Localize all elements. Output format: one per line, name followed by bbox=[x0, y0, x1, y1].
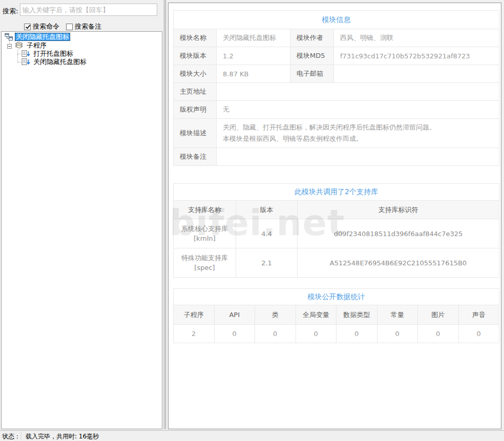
tree-connector bbox=[17, 54, 22, 54]
stats-header-constants: 常量 bbox=[377, 305, 418, 325]
table-row: 子程序 API 类 全局变量 数据类型 常量 图片 声音 bbox=[174, 305, 499, 325]
tree-row: 打开托盘图标 bbox=[22, 50, 74, 58]
collapse-toggle-icon[interactable] bbox=[7, 44, 12, 49]
libraries-table: 此模块共调用了2个支持库 支持库名称 版本 支持库标识符 系统核心支持库 [kr… bbox=[173, 183, 499, 278]
stats-value-subroutines: 2 bbox=[174, 325, 215, 343]
stats-header-globals: 全局变量 bbox=[296, 305, 337, 325]
stats-value-sounds: 0 bbox=[458, 325, 499, 343]
stats-value-globals: 0 bbox=[296, 325, 337, 343]
tree-row: 关闭隐藏托盘图标 bbox=[5, 33, 70, 41]
panel-splitter[interactable] bbox=[163, 0, 166, 429]
checkbox-search-remarks[interactable]: 搜索备注 bbox=[66, 22, 101, 31]
module-copyright-value: 无 bbox=[217, 101, 499, 119]
table-row: 支持库名称 版本 支持库标识符 bbox=[174, 201, 499, 219]
libraries-title: 此模块共调用了2个支持库 bbox=[174, 184, 499, 201]
module-md5-label: 模块MD5 bbox=[290, 47, 334, 65]
table-row: 特殊功能支持库 [spec] 2.1 A512548E76954B6E92C21… bbox=[174, 248, 499, 278]
module-md5-value: f731c93cd17c710b572b532921af8723 bbox=[334, 47, 499, 65]
module-detail-panel: bifei.net 模块信息 模块名称 关闭隐藏托盘图标 模块作者 西风、明镜、… bbox=[168, 3, 501, 429]
stats-value-api: 0 bbox=[214, 325, 255, 343]
library-name-line: 特殊功能支持库 bbox=[174, 253, 235, 263]
tree-item-open-tray-icon[interactable]: 打开托盘图标 bbox=[32, 50, 74, 58]
module-name-value: 关闭隐藏托盘图标 bbox=[217, 29, 290, 47]
stats-value-classes: 0 bbox=[255, 325, 296, 343]
library-id-cell: A512548E76954B6E92C21055517615B0 bbox=[298, 248, 499, 278]
module-icon bbox=[5, 33, 13, 43]
tree-item-close-hide-tray-icon[interactable]: 关闭隐藏托盘图标 bbox=[32, 58, 88, 66]
search-label: 搜索: bbox=[3, 7, 18, 16]
table-row: 模块版本 1.2 模块MD5 f731c93cd17c710b572b53292… bbox=[174, 47, 499, 65]
library-version-header: 版本 bbox=[236, 201, 298, 219]
library-version-cell: 4.4 bbox=[236, 219, 298, 248]
table-row: 模块描述 关闭、隐藏、打开托盘图标，解决因关闭程序后托盘图标仍然滞留问题。 本模… bbox=[174, 119, 499, 148]
module-version-value: 1.2 bbox=[217, 47, 290, 65]
table-row: 模块名称 关闭隐藏托盘图标 模块作者 西风、明镜、润联 bbox=[174, 29, 499, 47]
tree-connector bbox=[17, 62, 22, 62]
library-name-line: 系统核心支持库 bbox=[174, 224, 235, 234]
checkbox-search-remarks-label: 搜索备注 bbox=[75, 22, 101, 31]
module-copyright-label: 版权声明 bbox=[174, 101, 217, 119]
module-tree: 关闭隐藏托盘图标 子程序 bbox=[1, 31, 162, 429]
tree-row: 关闭隐藏托盘图标 bbox=[22, 58, 88, 66]
library-name-cell: 系统核心支持库 [krnln] bbox=[174, 219, 236, 248]
module-author-value: 西风、明镜、润联 bbox=[334, 29, 499, 47]
stats-value-images: 0 bbox=[418, 325, 459, 343]
library-name-cell: 特殊功能支持库 [spec] bbox=[174, 248, 236, 278]
status-divider bbox=[21, 432, 22, 440]
checkbox-search-commands-label: 搜索命令 bbox=[33, 22, 59, 31]
stats-title: 模块公开数据统计 bbox=[174, 289, 499, 305]
table-row: 系统核心支持库 [krnln] 4.4 d09f2340818511d396f6… bbox=[174, 219, 499, 248]
module-size-value: 8.87 KB bbox=[217, 65, 290, 83]
table-row: 2 0 0 0 0 0 0 0 bbox=[174, 325, 499, 343]
table-row: 模块公开数据统计 bbox=[174, 289, 499, 305]
stats-header-datatypes: 数据类型 bbox=[337, 305, 377, 325]
description-line: 本模块是根据西风、明镜等易友例程改作而成。 bbox=[223, 133, 498, 144]
stats-table: 模块公开数据统计 子程序 API 类 全局变量 数据类型 常量 图片 声音 2 … bbox=[173, 288, 499, 343]
table-row: 模块信息 bbox=[174, 11, 499, 29]
stats-header-classes: 类 bbox=[255, 305, 296, 325]
module-author-label: 模块作者 bbox=[290, 29, 334, 47]
module-version-label: 模块版本 bbox=[174, 47, 217, 65]
library-name-line: [spec] bbox=[174, 263, 235, 272]
status-text: 载入完毕，共用时: 16毫秒 bbox=[26, 432, 99, 441]
stats-value-datatypes: 0 bbox=[337, 325, 377, 343]
library-name-header: 支持库名称 bbox=[174, 201, 236, 219]
stats-header-sounds: 声音 bbox=[458, 305, 499, 325]
module-remark-label: 模块备注 bbox=[174, 148, 217, 166]
table-row: 主页地址 bbox=[174, 83, 499, 101]
stats-header-images: 图片 bbox=[418, 305, 459, 325]
library-version-cell: 2.1 bbox=[236, 248, 298, 278]
check-mark-icon bbox=[26, 24, 31, 29]
checkbox-search-commands[interactable]: 搜索命令 bbox=[24, 22, 59, 31]
stats-value-constants: 0 bbox=[377, 325, 418, 343]
module-homepage-label: 主页地址 bbox=[174, 83, 217, 101]
table-row: 此模块共调用了2个支持库 bbox=[174, 184, 499, 201]
library-id-cell: d09f2340818511d396f6aaf844c7e325 bbox=[298, 219, 499, 248]
module-homepage-value bbox=[217, 83, 499, 101]
table-row: 模块大小 8.87 KB 电子邮箱 bbox=[174, 65, 499, 83]
checkbox-unchecked-icon bbox=[66, 24, 73, 30]
status-label: 状态： bbox=[2, 432, 20, 441]
description-line: 关闭、隐藏、打开托盘图标，解决因关闭程序后托盘图标仍然滞留问题。 bbox=[223, 122, 498, 133]
module-email-label: 电子邮箱 bbox=[290, 65, 334, 83]
module-info-table: 模块信息 模块名称 关闭隐藏托盘图标 模块作者 西风、明镜、润联 模块版本 1.… bbox=[173, 10, 499, 166]
module-info-title: 模块信息 bbox=[174, 11, 499, 29]
status-bar: 状态： 载入完毕，共用时: 16毫秒 bbox=[0, 430, 504, 441]
module-size-label: 模块大小 bbox=[174, 65, 217, 83]
module-description-label: 模块描述 bbox=[174, 119, 217, 148]
subroutine-icon bbox=[22, 58, 31, 68]
tree-item-module-root[interactable]: 关闭隐藏托盘图标 bbox=[15, 33, 70, 41]
stats-header-api: API bbox=[214, 305, 255, 325]
table-row: 模块备注 bbox=[174, 148, 499, 166]
tree-item-subroutines-group[interactable]: 子程序 bbox=[26, 41, 48, 50]
library-name-line: [krnln] bbox=[174, 234, 235, 243]
stats-header-subroutines: 子程序 bbox=[174, 305, 215, 325]
table-row: 版权声明 无 bbox=[174, 101, 499, 119]
tree-row: 子程序 bbox=[14, 41, 48, 50]
module-description-value: 关闭、隐藏、打开托盘图标，解决因关闭程序后托盘图标仍然滞留问题。 本模块是根据西… bbox=[217, 119, 499, 148]
module-remark-value bbox=[217, 148, 499, 166]
checkbox-checked-icon bbox=[24, 24, 31, 30]
module-name-label: 模块名称 bbox=[174, 29, 217, 47]
module-email-value bbox=[334, 65, 499, 83]
search-input[interactable] bbox=[20, 4, 157, 16]
